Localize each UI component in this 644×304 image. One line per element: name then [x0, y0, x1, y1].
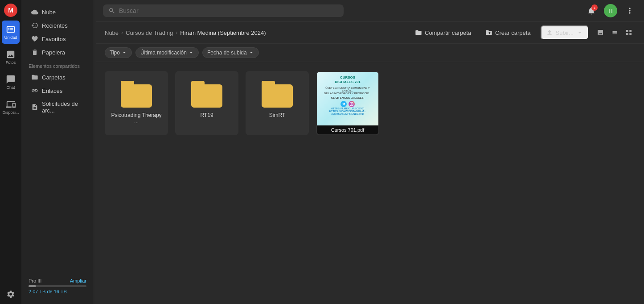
papelera-icon [31, 49, 38, 56]
breadcrumb-nube[interactable]: Nube [105, 29, 119, 36]
sidebar-enlaces-label: Enlaces [42, 87, 62, 94]
filter-tipo[interactable]: Tipo [105, 47, 132, 58]
storage-bar-fill [29, 285, 36, 287]
list-view-icon [611, 29, 618, 36]
pdf-title: CURSOSDIGITALES 701 [335, 75, 361, 85]
filter-bar: Tipo Última modificación Fecha de subida [96, 44, 644, 62]
file-card-folder3[interactable]: SimRT [246, 71, 309, 135]
sidebar-item-chat[interactable]: Chat [2, 71, 20, 94]
settings-btn[interactable] [1, 284, 21, 304]
chat-icon [6, 75, 16, 84]
view-list-btn[interactable] [608, 26, 621, 39]
upload-btn[interactable]: Subir... [541, 25, 589, 40]
chat-label: Chat [6, 86, 15, 90]
filter-ultima-modificacion[interactable]: Última modificación [135, 47, 199, 58]
sidebar-item-fotos[interactable]: Fotos [2, 46, 20, 69]
storage-plan: Pro III [29, 278, 41, 283]
sidebar-recientes-label: Recientes [42, 22, 68, 29]
breadcrumb-sep-2: › [176, 29, 177, 36]
pdf-thumbnail: CURSOSDIGITALES 701 ÚNETE A NUESTRA COMU… [317, 72, 378, 125]
sidebar-solicitudes[interactable]: Solicitudes de arc... [24, 98, 91, 117]
view-toggle [594, 26, 635, 39]
unidad-icon [6, 25, 16, 34]
pdf-link2: HTTPS://WWW.INSTAGRAM.../CURSOSEMPRENDE7… [329, 110, 366, 115]
unidad-label: Unidad [4, 36, 17, 40]
sidebar-papelera[interactable]: Papelera [24, 46, 91, 58]
grid-view-icon [625, 29, 632, 36]
nube-icon [31, 8, 38, 16]
notification-badge: 1 [591, 4, 598, 11]
share-folder-btn[interactable]: Compartir carpeta [410, 26, 476, 39]
file-card-folder1[interactable]: Psicotrading Therapy ... [105, 71, 168, 135]
upload-icon [546, 29, 553, 36]
folder2-name: RT19 [200, 112, 213, 118]
fotos-icon [6, 50, 16, 59]
storage-used: 2.07 TB [29, 289, 45, 294]
sidebar-item-unidad[interactable]: Unidad [2, 21, 20, 44]
share-folder-label: Compartir carpeta [425, 29, 471, 36]
folder2-icon [191, 81, 222, 108]
storage-total: 16 TB [54, 289, 67, 294]
create-folder-btn[interactable]: Crear carpeta [481, 26, 535, 39]
breadcrumb-current: Hiram Medina (Septiembre 2024) [180, 29, 266, 36]
view-grid-btn[interactable] [623, 26, 635, 39]
topbar-actions: 1 H [584, 4, 637, 18]
filter-fecha-subida[interactable]: Fecha de subida [202, 47, 259, 58]
more-options-btn[interactable] [623, 4, 637, 18]
dispositivos-icon [6, 100, 16, 109]
upload-label: Subir... [556, 29, 574, 36]
breadcrumb-sep-1: › [121, 29, 123, 36]
notification-btn[interactable]: 1 [584, 4, 599, 18]
icon-bar: M Unidad Fotos Chat Disposi... [0, 0, 21, 304]
breadcrumb-actions: Compartir carpeta Crear carpeta Subir... [410, 25, 635, 40]
search-input[interactable] [119, 7, 338, 14]
sidebar-carpetas[interactable]: Carpetas [24, 71, 91, 83]
folder1-name: Psicotrading Therapy ... [110, 112, 163, 125]
sidebar-favoritos[interactable]: Favoritos [24, 33, 91, 45]
file-card-pdf1[interactable]: CURSOSDIGITALES 701 ÚNETE A NUESTRA COMU… [316, 71, 379, 135]
instagram-badge [349, 101, 355, 107]
sidebar-nube[interactable]: Nube [24, 6, 91, 18]
fotos-label: Fotos [6, 61, 16, 65]
more-icon [625, 6, 634, 15]
recientes-icon [31, 22, 38, 29]
filter-tipo-label: Tipo [110, 50, 120, 56]
view-image-btn[interactable] [594, 26, 607, 39]
sidebar-item-dispositivos[interactable]: Disposi... [2, 96, 20, 119]
folder3-icon [262, 81, 293, 108]
ultima-chevron-icon [189, 50, 194, 55]
filter-fecha-label: Fecha de subida [207, 50, 247, 56]
storage-of: de [47, 289, 53, 294]
favoritos-icon [31, 35, 38, 42]
sidebar-recientes[interactable]: Recientes [24, 19, 91, 32]
pdf-name: Cursos 701.pdf [317, 125, 378, 134]
enlaces-icon [31, 87, 38, 94]
telegram-badge [340, 101, 347, 107]
image-view-icon [597, 29, 604, 36]
ampliar-btn[interactable]: Ampliar [70, 278, 86, 283]
solicitudes-icon [31, 104, 38, 111]
storage-plan-row: Pro III Ampliar [29, 278, 86, 283]
create-folder-icon [485, 29, 492, 36]
folder3-name: SimRT [269, 112, 285, 118]
topbar: 1 H [96, 0, 644, 22]
shared-section-title: Elementos compartidos [21, 59, 94, 71]
app-logo: M [4, 4, 17, 17]
sidebar: Nube Recientes Favoritos Papelera Elemen… [21, 0, 94, 304]
sidebar-enlaces[interactable]: Enlaces [24, 84, 91, 97]
user-avatar[interactable]: H [604, 4, 617, 17]
search-box[interactable] [103, 4, 344, 17]
storage-text: 2.07 TB de 16 TB [29, 289, 86, 294]
main-content: 1 H Nube › Cursos de Trading › Hiram Med… [96, 0, 644, 304]
storage-footer: Pro III Ampliar 2.07 TB de 16 TB [21, 274, 94, 299]
share-icon [415, 29, 422, 36]
storage-bar-bg [29, 285, 86, 287]
carpetas-icon [31, 74, 38, 81]
breadcrumb-cursos[interactable]: Cursos de Trading [126, 29, 173, 36]
sidebar-solicitudes-label: Solicitudes de arc... [42, 100, 84, 114]
breadcrumb-bar: Nube › Cursos de Trading › Hiram Medina … [96, 22, 644, 44]
pdf-cta: CLICK EN LOS ENLACES. [331, 96, 364, 99]
fecha-chevron-icon [249, 50, 254, 55]
sidebar-nube-label: Nube [42, 9, 56, 16]
file-card-folder2[interactable]: RT19 [175, 71, 238, 135]
